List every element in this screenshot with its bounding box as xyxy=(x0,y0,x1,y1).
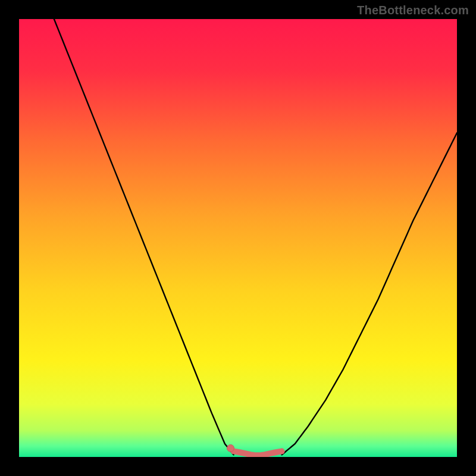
chart-container: TheBottleneck.com xyxy=(0,0,476,476)
watermark-text: TheBottleneck.com xyxy=(357,4,469,17)
svg-rect-0 xyxy=(19,19,457,457)
plot-area xyxy=(19,19,457,457)
floor-dot xyxy=(227,444,234,452)
chart-svg xyxy=(19,19,457,457)
